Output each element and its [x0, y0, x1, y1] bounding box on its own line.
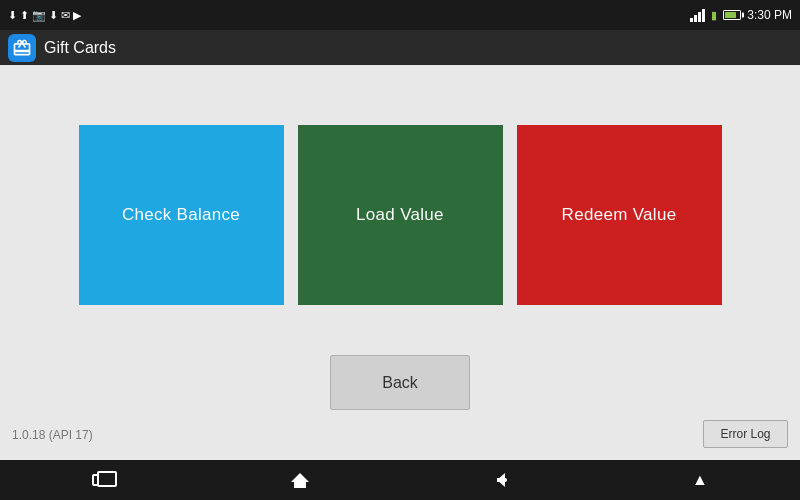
time-display: 3:30 PM: [747, 8, 792, 22]
notification-icon-1: ⬇: [8, 9, 17, 22]
gift-icon: [12, 38, 32, 58]
action-buttons-row: Check Balance Load Value Redeem Value: [79, 125, 722, 305]
scroll-up-button[interactable]: ▲: [670, 460, 730, 500]
recent-apps-button[interactable]: [70, 460, 130, 500]
app-title: Gift Cards: [44, 39, 116, 57]
status-bar: ⬇ ⬆ 📷 ⬇ ✉ ▶ ▮ 3:30 PM: [0, 0, 800, 30]
scroll-up-icon: ▲: [692, 471, 708, 489]
status-bar-icons: ⬇ ⬆ 📷 ⬇ ✉ ▶: [8, 9, 81, 22]
app-icon: [8, 34, 36, 62]
wifi-icon: [690, 8, 705, 22]
notification-icon-5: ✉: [61, 9, 70, 22]
notification-icon-2: ⬆: [20, 9, 29, 22]
back-button[interactable]: Back: [330, 355, 470, 410]
notification-icon-6: ▶: [73, 9, 81, 22]
battery-icon: [723, 10, 741, 20]
back-nav-button[interactable]: [470, 460, 530, 500]
error-log-button[interactable]: Error Log: [703, 420, 788, 448]
recent-apps-icon: [92, 474, 108, 486]
check-balance-button[interactable]: Check Balance: [79, 125, 284, 305]
battery-status-icon: ▮: [711, 9, 717, 22]
home-button[interactable]: [270, 460, 330, 500]
notification-icon-3: 📷: [32, 9, 46, 22]
main-content: Check Balance Load Value Redeem Value Ba…: [0, 65, 800, 460]
redeem-value-button[interactable]: Redeem Value: [517, 125, 722, 305]
back-nav-icon: [491, 473, 509, 487]
status-bar-right: ▮ 3:30 PM: [690, 8, 792, 22]
bottom-nav: ▲: [0, 460, 800, 500]
title-bar: Gift Cards: [0, 30, 800, 65]
version-label: 1.0.18 (API 17): [12, 428, 93, 442]
load-value-button[interactable]: Load Value: [298, 125, 503, 305]
notification-icon-4: ⬇: [49, 9, 58, 22]
home-icon: [291, 473, 309, 482]
